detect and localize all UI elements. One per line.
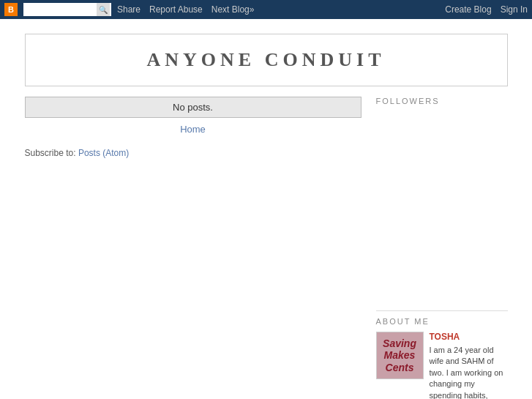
about-me-info: TOSHA I am a 24 year old wife and SAHM o… (430, 332, 508, 399)
left-column: No posts. Home Subscribe to: Posts (Atom… (25, 97, 361, 158)
right-column: FOLLOWERS ABOUT ME Saving Makes Cents TO… (376, 97, 508, 399)
subscribe-link[interactable]: Posts (Atom) (78, 148, 129, 158)
about-me-label: ABOUT ME (376, 310, 508, 326)
main-area: No posts. Home Subscribe to: Posts (Atom… (25, 97, 508, 399)
nav-links: Share Report Abuse Next Blog» (117, 4, 254, 15)
search-input[interactable] (23, 4, 97, 15)
report-abuse-link[interactable]: Report Abuse (149, 4, 203, 15)
next-blog-link[interactable]: Next Blog» (211, 4, 255, 15)
search-box[interactable]: 🔍 (23, 3, 111, 16)
about-me-description: I am a 24 year old wife and SAHM of two.… (430, 345, 508, 399)
subscribe-text: Subscribe to: Posts (Atom) (25, 148, 361, 158)
navbar: B 🔍 Share Report Abuse Next Blog» Create… (0, 0, 532, 19)
share-link[interactable]: Share (117, 4, 141, 15)
home-link[interactable]: Home (25, 124, 361, 135)
author-name[interactable]: TOSHA (430, 332, 508, 342)
no-posts-box: No posts. (25, 97, 361, 118)
saving-makes-cents-text: Saving Makes Cents (383, 338, 416, 373)
about-me-section: ABOUT ME Saving Makes Cents TOSHA I am a… (376, 310, 508, 399)
about-me-card: Saving Makes Cents TOSHA I am a 24 year … (376, 332, 508, 399)
followers-label: FOLLOWERS (376, 97, 508, 105)
blog-header: ANYONE CONDUIT (25, 34, 508, 86)
sign-in-link[interactable]: Sign In (501, 4, 528, 15)
page: ANYONE CONDUIT No posts. Home Subscribe … (0, 19, 532, 399)
blogger-logo: B (4, 3, 18, 16)
about-me-thumbnail[interactable]: Saving Makes Cents (376, 332, 424, 379)
right-links: Create Blog Sign In (445, 4, 528, 15)
blog-title: ANYONE CONDUIT (33, 49, 500, 71)
create-blog-link[interactable]: Create Blog (445, 4, 491, 15)
search-button[interactable]: 🔍 (97, 3, 110, 16)
subscribe-prefix: Subscribe to: (25, 148, 78, 158)
